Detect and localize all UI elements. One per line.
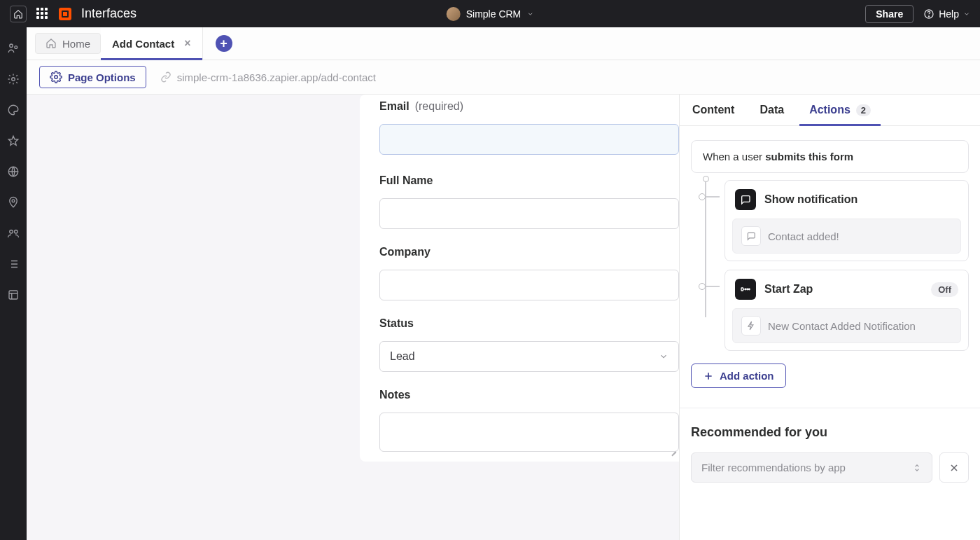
divider <box>680 408 980 408</box>
trigger-action: submits this form <box>765 151 853 162</box>
status-label: Status <box>379 317 414 330</box>
svg-point-3 <box>15 46 18 49</box>
project-name: Simple CRM <box>466 8 522 20</box>
rail-users-icon[interactable] <box>6 226 20 240</box>
home-nav-button[interactable] <box>10 6 27 22</box>
trigger-prefix: When a user <box>703 151 765 162</box>
rp-tab-actions-label: Actions <box>809 104 850 116</box>
help-label: Help <box>939 8 959 20</box>
apps-grid-icon[interactable] <box>36 8 49 20</box>
add-tab-button[interactable]: + <box>216 35 232 52</box>
right-panel: Content Data Actions 2 When a user submi… <box>679 95 980 540</box>
action2-title: Start Zap <box>764 283 923 296</box>
help-button[interactable]: Help <box>923 8 970 20</box>
svg-point-1 <box>929 15 930 16</box>
recommendations-close-button[interactable] <box>939 452 969 483</box>
action1-title: Show notification <box>764 193 958 206</box>
form-card: Email (required) Full Name Company <box>360 95 679 462</box>
fullname-label: Full Name <box>379 174 433 187</box>
rail-gear-icon[interactable] <box>6 72 20 86</box>
right-panel-tabs: Content Data Actions 2 <box>680 95 980 126</box>
svg-point-6 <box>12 200 15 202</box>
svg-point-7 <box>10 230 13 234</box>
page-options-row: Page Options simple-crm-1a8636.zapier.ap… <box>27 60 980 95</box>
bolt-icon <box>741 316 761 335</box>
fullname-input[interactable] <box>379 198 679 229</box>
project-avatar-icon <box>447 7 461 21</box>
page-options-button[interactable]: Page Options <box>39 66 146 88</box>
gear-icon <box>50 71 62 83</box>
tab-active-label: Add Contact <box>112 38 174 50</box>
rail-layout-icon[interactable] <box>6 288 20 302</box>
close-icon <box>948 462 960 473</box>
chevron-down-icon <box>963 11 970 18</box>
svg-rect-9 <box>9 291 18 299</box>
action2-detail-row: New Contact Added Notification <box>732 308 961 343</box>
brand-logo-icon <box>59 8 71 20</box>
flow-line-icon <box>705 180 706 317</box>
rp-tab-actions[interactable]: Actions 2 <box>809 95 871 125</box>
action2-status-pill: Off <box>931 282 958 297</box>
tab-home-label: Home <box>62 38 90 50</box>
recommended-heading: Recommended for you <box>691 425 969 440</box>
project-selector[interactable]: Simple CRM <box>447 7 534 21</box>
status-select[interactable]: Lead <box>379 341 679 372</box>
notification-icon <box>735 189 756 210</box>
zap-flow-icon <box>735 279 756 300</box>
textarea-resize-icon[interactable] <box>668 443 676 452</box>
help-icon <box>923 8 934 20</box>
link-icon <box>160 71 172 83</box>
email-required-hint: (required) <box>415 100 463 113</box>
page-url-text: simple-crm-1a8636.zapier.app/add-contact <box>177 71 376 83</box>
page-tabstrip: Home Add Contact × + <box>27 27 980 60</box>
email-label: Email <box>379 100 410 113</box>
rail-globe-icon[interactable] <box>6 165 20 179</box>
action1-detail-text: Contact added! <box>768 230 839 242</box>
svg-point-13 <box>747 289 748 290</box>
top-bar: Interfaces Simple CRM Share Help <box>0 0 980 27</box>
canvas[interactable]: Email (required) Full Name Company <box>27 95 679 540</box>
app-title: Interfaces <box>81 6 136 21</box>
add-action-label: Add action <box>720 370 774 382</box>
rail-star-icon[interactable] <box>6 134 20 148</box>
rp-tab-data[interactable]: Data <box>760 95 784 125</box>
action-card-start-zap[interactable]: Start Zap Off New Contact Added Notifica… <box>724 270 969 351</box>
trigger-card[interactable]: When a user submits this form <box>691 140 969 173</box>
filter-placeholder: Filter recommendations by app <box>701 462 846 473</box>
svg-point-14 <box>749 289 750 290</box>
status-value: Lead <box>390 350 415 363</box>
share-button[interactable]: Share <box>865 5 913 23</box>
notes-label: Notes <box>379 389 410 401</box>
rp-tab-content[interactable]: Content <box>692 95 734 125</box>
recommendations-filter[interactable]: Filter recommendations by app <box>691 452 932 483</box>
tab-home[interactable]: Home <box>35 33 101 54</box>
notes-textarea[interactable] <box>379 413 679 452</box>
message-icon <box>741 226 761 246</box>
add-action-button[interactable]: Add action <box>691 364 786 388</box>
chevron-down-icon <box>659 352 668 361</box>
svg-rect-11 <box>741 288 743 291</box>
chevron-down-icon <box>526 11 533 18</box>
page-url[interactable]: simple-crm-1a8636.zapier.app/add-contact <box>160 71 376 83</box>
svg-point-12 <box>745 289 746 290</box>
sort-icon <box>912 463 922 473</box>
email-input[interactable] <box>379 124 679 155</box>
company-input[interactable] <box>379 270 679 300</box>
rail-list-icon[interactable] <box>6 257 20 271</box>
home-icon <box>46 38 57 49</box>
rail-pin-icon[interactable] <box>6 195 20 209</box>
action-card-notification[interactable]: Show notification Contact added! <box>724 180 969 261</box>
page-options-label: Page Options <box>68 71 136 83</box>
rail-icon-1[interactable] <box>6 41 20 55</box>
plus-icon <box>703 371 714 382</box>
actions-count-badge: 2 <box>856 104 871 116</box>
side-rail <box>0 27 27 540</box>
svg-point-2 <box>10 44 13 48</box>
rail-palette-icon[interactable] <box>6 103 20 117</box>
tab-add-contact[interactable]: Add Contact × <box>101 27 203 60</box>
tab-close-icon[interactable]: × <box>184 37 190 50</box>
action1-detail-row: Contact added! <box>732 219 961 254</box>
company-label: Company <box>379 246 430 258</box>
action2-detail-text: New Contact Added Notification <box>768 320 916 332</box>
svg-point-10 <box>55 76 58 79</box>
